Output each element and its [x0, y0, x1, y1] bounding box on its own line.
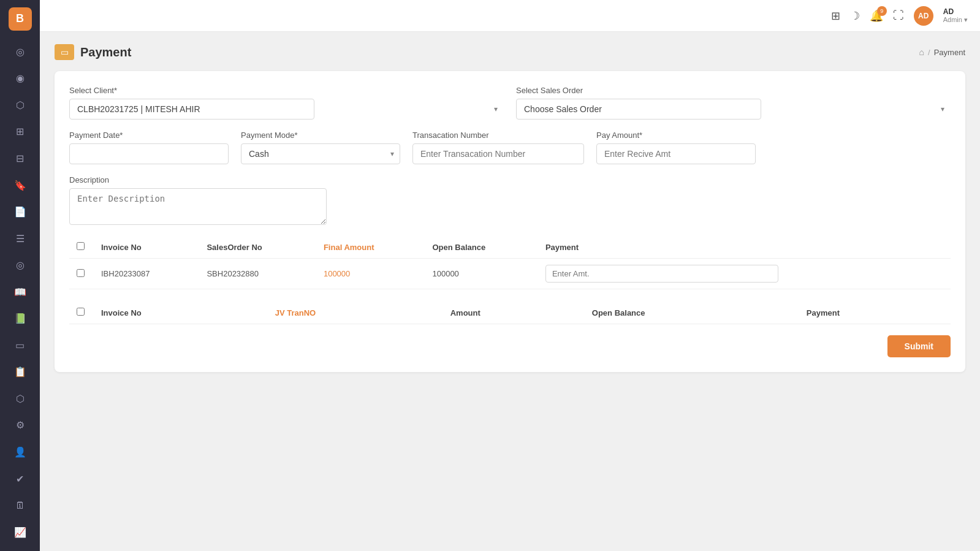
payment-date-group: Payment Date* 22/02/2024	[69, 131, 229, 164]
table1-col-payment: Payment	[538, 236, 951, 259]
user-name: AD	[943, 7, 968, 16]
sidebar-item-analytics[interactable]: ◉	[7, 67, 33, 90]
app-logo[interactable]: B	[9, 7, 32, 31]
sales-order-select-arrow: ▾	[941, 105, 944, 113]
home-icon[interactable]: ⌂	[919, 47, 924, 57]
content-area: ▭ Payment ⌂ / Payment Select Client* CLB…	[40, 32, 980, 551]
table2-col-invoice-no: Invoice No	[94, 302, 268, 324]
select-all-checkbox-1[interactable]	[77, 242, 85, 250]
table2-col-amount: Amount	[443, 302, 585, 324]
pay-amount-group: Pay Amount*	[596, 131, 756, 164]
description-label: Description	[69, 175, 327, 184]
sidebar-item-hex[interactable]: ⬡	[7, 387, 33, 411]
avatar: AD	[914, 6, 933, 26]
payment-mode-label: Payment Mode*	[241, 131, 400, 140]
client-group: Select Client* CLBH20231725 | MITESH AHI…	[69, 86, 504, 120]
notification-icon[interactable]: 🔔 9	[870, 9, 883, 23]
sidebar-item-user[interactable]: 👤	[7, 441, 33, 464]
transaction-number-input[interactable]	[412, 143, 584, 164]
payment-mode-select-wrap: Cash Bank Transfer Cheque Online ▾	[241, 143, 400, 164]
payment-mode-group: Payment Mode* Cash Bank Transfer Cheque …	[241, 131, 400, 164]
payment-date-input[interactable]: 22/02/2024	[69, 143, 229, 164]
topbar: ⊞ ☽ 🔔 9 ⛶ AD AD Admin ▾	[40, 0, 980, 32]
table1-col-final-amount: Final Amount	[316, 236, 425, 259]
sidebar: B ◎ ◉ ⬡ ⊞ ⊟ 🔖 📄 ☰ ◎ 📖 📗 ▭ 📋 ⬡ ⚙ 👤 ✔ 🗓 📈	[0, 0, 40, 551]
row1-invoice-no: IBH20233087	[94, 259, 199, 289]
description-group: Description	[69, 175, 327, 225]
table1-header-row: Invoice No SalesOrder No Final Amount Op…	[69, 236, 951, 259]
invoice-table-wrap: Invoice No SalesOrder No Final Amount Op…	[69, 236, 951, 289]
sidebar-item-location[interactable]: ◎	[7, 254, 33, 277]
sidebar-item-check[interactable]: ✔	[7, 467, 33, 490]
dark-mode-icon[interactable]: ☽	[850, 9, 860, 23]
transaction-number-label: Transacation Number	[412, 131, 584, 140]
sidebar-item-clipboard[interactable]: 📋	[7, 360, 33, 384]
sidebar-item-grid2[interactable]: ⊟	[7, 147, 33, 170]
table-row: IBH20233087 SBH20232880 100000 100000	[69, 259, 951, 289]
form-row-3: Description	[69, 175, 951, 225]
row1-checkbox[interactable]	[77, 269, 85, 277]
client-select-arrow: ▾	[494, 105, 498, 113]
pay-amount-input[interactable]	[596, 143, 756, 164]
breadcrumb-separator: /	[928, 48, 930, 57]
payment-mode-select[interactable]: Cash Bank Transfer Cheque Online	[241, 143, 400, 164]
jv-table: Invoice No JV TranNO Amount Open Balance…	[69, 302, 951, 324]
description-input[interactable]	[69, 188, 327, 225]
select-all-checkbox-2[interactable]	[77, 308, 85, 316]
table2-col-payment: Payment	[799, 302, 951, 324]
row1-open-balance: 100000	[425, 259, 537, 289]
sidebar-item-bookmark[interactable]: 🔖	[7, 173, 33, 197]
page-title: Payment	[80, 45, 131, 59]
form-row-1: Select Client* CLBH20231725 | MITESH AHI…	[69, 86, 951, 120]
notification-badge: 9	[877, 6, 887, 16]
row1-payment-input[interactable]	[545, 265, 778, 283]
sidebar-item-calendar[interactable]: 🗓	[7, 494, 33, 517]
sidebar-item-book1[interactable]: 📖	[7, 280, 33, 303]
form-row-2: Payment Date* 22/02/2024 Payment Mode* C…	[69, 131, 951, 164]
table2-header-row: Invoice No JV TranNO Amount Open Balance…	[69, 302, 951, 324]
payment-icon: ▭	[55, 44, 74, 60]
row1-payment-cell	[538, 259, 951, 289]
table1-col-invoice-no: Invoice No	[94, 236, 199, 259]
payment-card: Select Client* CLBH20231725 | MITESH AHI…	[55, 71, 965, 372]
transaction-number-group: Transacation Number	[412, 131, 584, 164]
payment-date-label: Payment Date*	[69, 131, 229, 140]
page-header: ▭ Payment ⌂ / Payment	[55, 44, 965, 60]
page-title-wrap: ▭ Payment	[55, 44, 131, 60]
client-select-wrap: CLBH20231725 | MITESH AHIR ▾	[69, 99, 504, 120]
row1-sales-order-no: SBH20232880	[199, 259, 316, 289]
pay-amount-label: Pay Amount*	[596, 131, 756, 140]
submit-row: Submit	[69, 335, 951, 357]
select-sales-order-label: Select Sales Order	[516, 86, 951, 95]
invoice-table: Invoice No SalesOrder No Final Amount Op…	[69, 236, 951, 289]
sidebar-item-card[interactable]: ▭	[7, 334, 33, 357]
sidebar-item-document[interactable]: 📄	[7, 200, 33, 224]
table2-col-open-balance: Open Balance	[585, 302, 799, 324]
main-area: ⊞ ☽ 🔔 9 ⛶ AD AD Admin ▾ ▭ Payment ⌂ / Pa…	[40, 0, 980, 551]
sidebar-item-dashboard[interactable]: ◎	[7, 40, 33, 64]
breadcrumb-current: Payment	[934, 48, 965, 57]
row1-final-amount: 100000	[316, 259, 425, 289]
jv-table-wrap: Invoice No JV TranNO Amount Open Balance…	[69, 302, 951, 324]
table2-col-check	[69, 302, 94, 324]
submit-button[interactable]: Submit	[887, 335, 951, 357]
sidebar-item-list[interactable]: ☰	[7, 227, 33, 250]
table1-col-sales-order-no: SalesOrder No	[199, 236, 316, 259]
sales-order-select-wrap: Choose Sales Order ▾	[516, 99, 951, 120]
client-select[interactable]: CLBH20231725 | MITESH AHIR	[69, 99, 314, 120]
sidebar-item-settings[interactable]: ⚙	[7, 414, 33, 437]
sidebar-item-chart[interactable]: 📈	[7, 520, 33, 544]
fullscreen-icon[interactable]: ⛶	[893, 9, 904, 22]
table1-col-check	[69, 236, 94, 259]
row1-checkbox-cell	[69, 259, 94, 289]
breadcrumb: ⌂ / Payment	[919, 47, 965, 57]
table1-col-open-balance: Open Balance	[425, 236, 537, 259]
sales-order-select[interactable]: Choose Sales Order	[516, 99, 761, 120]
sidebar-item-packages[interactable]: ⬡	[7, 94, 33, 117]
user-menu[interactable]: AD Admin ▾	[943, 7, 968, 24]
select-client-label: Select Client*	[69, 86, 504, 95]
user-role: Admin ▾	[943, 16, 968, 24]
sidebar-item-grid1[interactable]: ⊞	[7, 120, 33, 143]
apps-icon[interactable]: ⊞	[831, 9, 840, 23]
sidebar-item-book2[interactable]: 📗	[7, 307, 33, 330]
